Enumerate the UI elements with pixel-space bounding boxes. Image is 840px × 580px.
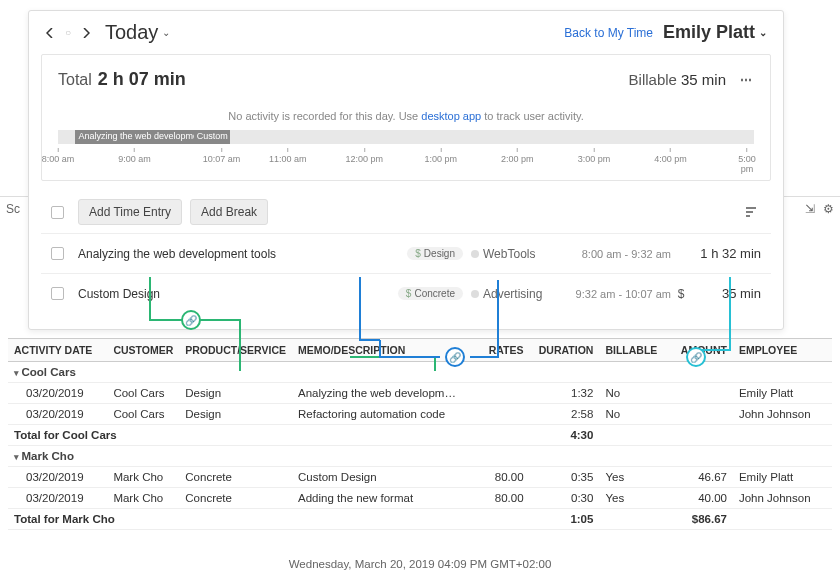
timeline-segment[interactable]: Custom De	[194, 130, 230, 144]
summary-box: Total 2 h 07 min Billable 35 min ⋯ No ac…	[41, 54, 771, 181]
table-header[interactable]: RATES	[470, 339, 530, 362]
project-dot-icon	[471, 290, 479, 298]
table-row[interactable]: 03/20/2019Cool CarsDesignAnalyzing the w…	[8, 383, 832, 404]
table-header[interactable]: MEMO/DESCRIPTION	[292, 339, 470, 362]
add-time-entry-button[interactable]: Add Time Entry	[78, 199, 182, 225]
timeline-tick: 2:00 pm	[501, 148, 534, 164]
user-name: Emily Platt	[663, 22, 755, 43]
dollar-icon: $	[415, 248, 421, 259]
group-total-row: Total for Cool Cars4:30	[8, 425, 832, 446]
tag-pill[interactable]: $Design	[407, 247, 463, 260]
chevron-down-icon: ⌄	[759, 27, 767, 38]
next-button[interactable]	[77, 24, 95, 42]
entries-block: Add Time Entry Add Break Analyzing the w…	[41, 191, 771, 313]
entry-checkbox[interactable]	[51, 247, 64, 260]
user-picker[interactable]: Emily Platt ⌄	[663, 22, 767, 43]
entry-time-range: 8:00 am - 9:32 am	[551, 248, 671, 260]
billable-value: 35 min	[681, 71, 726, 88]
entry-title: Custom Design	[78, 287, 378, 301]
chevron-down-icon: ⌄	[162, 27, 170, 38]
card-header: ○ Today ⌄ Back to My Time Emily Platt ⌄	[29, 11, 783, 50]
gear-icon[interactable]: ⚙	[823, 202, 834, 216]
table-header[interactable]: BILLABLE	[599, 339, 663, 362]
timeline-tick: 9:00 am	[118, 148, 151, 164]
entry-duration: 1 h 32 min	[691, 246, 761, 261]
timeline-tick: 5:00 pm	[738, 148, 756, 174]
total-value: 2 h 07 min	[98, 69, 186, 90]
table-header[interactable]: CUSTOMER	[107, 339, 179, 362]
timeline-segment[interactable]: Analyzing the web development	[75, 130, 193, 144]
billable-label: Billable	[629, 71, 677, 88]
activity-info: No activity is recorded for this day. Us…	[42, 104, 770, 130]
add-break-button[interactable]: Add Break	[190, 199, 268, 225]
time-entry-row[interactable]: Custom Design$ConcreteAdvertising9:32 am…	[41, 273, 771, 313]
sort-icon[interactable]	[745, 206, 761, 218]
table-row[interactable]: 03/20/2019Mark ChoConcreteCustom Design8…	[8, 467, 832, 488]
table-header[interactable]: AMOUNT	[663, 339, 733, 362]
timeline-tick: 12:00 pm	[345, 148, 383, 164]
table-header[interactable]: DURATION	[530, 339, 600, 362]
billable-indicator: $	[671, 287, 691, 301]
table-header[interactable]: ACTIVITY DATE	[8, 339, 107, 362]
table-header[interactable]: EMPLOYEE	[733, 339, 832, 362]
total-label: Total	[58, 71, 92, 89]
group-total-row: Total for Mark Cho1:05$86.67	[8, 509, 832, 530]
entry-checkbox[interactable]	[51, 287, 64, 300]
dollar-icon: $	[406, 288, 412, 299]
back-to-my-time-link[interactable]: Back to My Time	[564, 26, 653, 40]
entry-duration: 35 min	[691, 286, 761, 301]
timeline-tick: 10:07 am	[203, 148, 241, 164]
project-chip[interactable]: WebTools	[471, 247, 551, 261]
select-all-checkbox[interactable]	[51, 206, 64, 219]
timeline-tick: 3:00 pm	[578, 148, 611, 164]
time-entry-row[interactable]: Analyzing the web development tools$Desi…	[41, 233, 771, 273]
table-row[interactable]: 03/20/2019Cool CarsDesignRefactoring aut…	[8, 404, 832, 425]
export-icon[interactable]: ⇲	[805, 202, 815, 216]
tag-pill[interactable]: $Concrete	[398, 287, 463, 300]
time-card: ○ Today ⌄ Back to My Time Emily Platt ⌄ …	[28, 10, 784, 330]
timeline-tick: 4:00 pm	[654, 148, 687, 164]
timeline[interactable]: Analyzing the web development Custom De …	[58, 130, 754, 170]
page-footer: Wednesday, March 20, 2019 04:09 PM GMT+0…	[0, 558, 840, 570]
group-row[interactable]: Mark Cho	[8, 446, 832, 467]
more-menu-button[interactable]: ⋯	[740, 73, 754, 87]
entry-time-range: 9:32 am - 10:07 am	[551, 288, 671, 300]
report-table: ACTIVITY DATECUSTOMERPRODUCT/SERVICEMEMO…	[8, 338, 832, 530]
timeline-tick: 1:00 pm	[425, 148, 458, 164]
table-row[interactable]: 03/20/2019Mark ChoConcreteAdding the new…	[8, 488, 832, 509]
timeline-tick: 11:00 am	[269, 148, 307, 164]
table-header[interactable]: PRODUCT/SERVICE	[179, 339, 292, 362]
entries-toolbar: Add Time Entry Add Break	[41, 191, 771, 233]
report-table-wrap: ACTIVITY DATECUSTOMERPRODUCT/SERVICEMEMO…	[8, 338, 832, 530]
desktop-app-link[interactable]: desktop app	[421, 110, 481, 122]
bg-left-text: Sc	[6, 202, 20, 216]
project-chip[interactable]: Advertising	[471, 287, 551, 301]
today-dot-icon[interactable]: ○	[59, 24, 77, 42]
project-dot-icon	[471, 250, 479, 258]
prev-button[interactable]	[41, 24, 59, 42]
entry-title: Analyzing the web development tools	[78, 247, 378, 261]
date-label: Today	[105, 21, 158, 44]
timeline-tick: 8:00 am	[42, 148, 75, 164]
group-row[interactable]: Cool Cars	[8, 362, 832, 383]
date-picker[interactable]: Today ⌄	[105, 21, 170, 44]
